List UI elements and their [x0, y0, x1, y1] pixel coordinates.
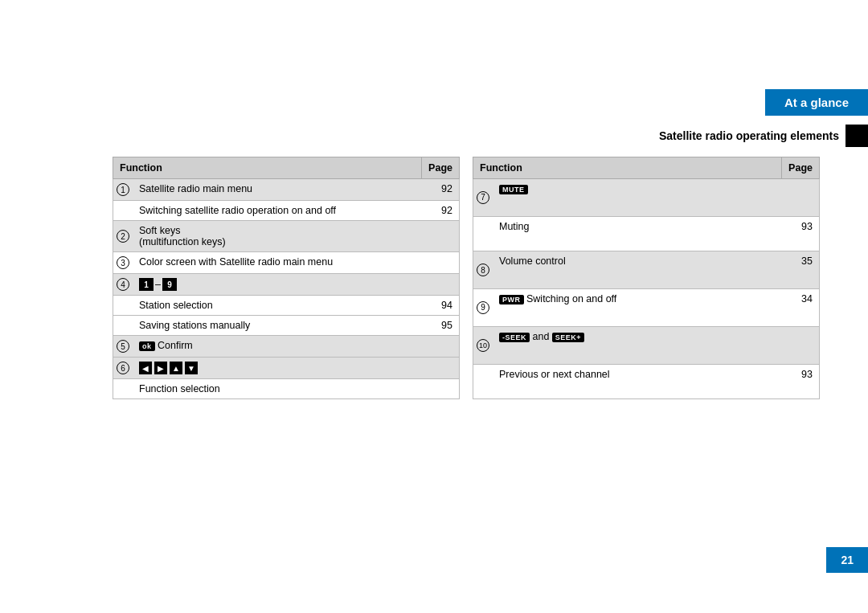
row-num-cell: 4 [113, 274, 133, 296]
table-row: Switching satellite radio operation on a… [113, 201, 460, 221]
circle-num-4: 4 [117, 278, 129, 291]
row-page-cell [422, 221, 460, 252]
page-number-box: 21 [826, 547, 868, 573]
row-num-cell [473, 216, 493, 251]
left-table-header-row: Function Page [113, 157, 460, 179]
table-row: 3 Color screen with Satellite radio main… [113, 252, 460, 274]
table-row: 2 Soft keys(multifunction keys) [113, 221, 460, 252]
section-header: Satellite radio operating elements [659, 125, 868, 147]
row-page-cell: 93 [782, 216, 820, 251]
row-num-cell [113, 316, 133, 336]
circle-num-5: 5 [117, 340, 129, 353]
page-number: 21 [841, 554, 854, 566]
right-table-header-row: Function Page [473, 157, 820, 179]
table-row: 4 1 – 9 [113, 274, 460, 296]
row-num-cell: 10 [473, 326, 493, 364]
table-row: 5 ok Confirm [113, 336, 460, 358]
arrow-symbols: ◀ ▶ ▲ ▼ [139, 362, 416, 374]
table-row: Muting 93 [473, 216, 820, 251]
confirm-label: Confirm [158, 340, 193, 351]
at-a-glance-label: At a glance [784, 96, 849, 109]
circle-num-3: 3 [117, 256, 129, 269]
right-function-table: Function Page 7 MUTE Muting 93 [473, 157, 820, 399]
right-function-col-header: Function [473, 157, 782, 179]
row-label-cell: Station selection [133, 296, 422, 316]
circle-num-2: 2 [117, 230, 129, 243]
arrow-up-icon: ▲ [170, 362, 182, 374]
circle-num-6: 6 [117, 362, 129, 374]
num-box-9: 9 [162, 278, 177, 291]
left-page-col-header: Page [422, 157, 460, 179]
row-page-cell [782, 179, 820, 217]
row-label-cell: ok Confirm [133, 336, 422, 358]
row-label-cell: Satellite radio main menu [133, 179, 422, 201]
row-num-cell: 6 [113, 358, 133, 379]
arrow-down-icon: ▼ [185, 362, 198, 374]
row-page-cell: 94 [422, 296, 460, 316]
row-num-cell: 2 [113, 221, 133, 252]
row-label-cell: -SEEK and SEEK+ [493, 326, 782, 364]
row-label-cell: ◀ ▶ ▲ ▼ [133, 358, 422, 379]
row-page-cell: 95 [422, 316, 460, 336]
table-row: 8 Volume control 35 [473, 251, 820, 289]
row-page-cell: 34 [782, 288, 820, 326]
num-range: 1 – 9 [139, 278, 177, 291]
row-page-cell [422, 274, 460, 296]
table-row: 9 PWR Switching on and off 34 [473, 288, 820, 326]
row-num-cell [113, 379, 133, 399]
left-function-table: Function Page 1 Satellite radio main men… [113, 157, 460, 399]
row-label-cell: PWR Switching on and off [493, 288, 782, 326]
num-range-dash: – [155, 279, 161, 290]
row-label-cell: Previous or next channel [493, 364, 782, 398]
row-num-cell: 1 [113, 179, 133, 201]
row-num-cell: 7 [473, 179, 493, 217]
seek-minus-badge: -SEEK [499, 333, 530, 342]
arrow-left-icon: ◀ [139, 362, 152, 374]
table-row: 7 MUTE [473, 179, 820, 217]
table-row: Saving stations manually 95 [113, 316, 460, 336]
row-num-cell [113, 201, 133, 221]
arrow-right-icon: ▶ [154, 362, 167, 374]
right-table-body: 7 MUTE Muting 93 8 Volume control 35 [473, 179, 820, 399]
row-label-cell: Muting [493, 216, 782, 251]
circle-num-9: 9 [477, 301, 489, 314]
row-label-cell: Switching satellite radio operation on a… [133, 201, 422, 221]
row-page-cell [782, 326, 820, 364]
row-label-cell: 1 – 9 [133, 274, 422, 296]
row-num-cell: 5 [113, 336, 133, 358]
row-num-cell: 3 [113, 252, 133, 274]
row-page-cell [422, 358, 460, 379]
left-table-body: 1 Satellite radio main menu 92 Switching… [113, 179, 460, 399]
row-label-cell: Color screen with Satellite radio main m… [133, 252, 422, 274]
circle-num-8: 8 [477, 264, 489, 276]
circle-num-10: 10 [477, 339, 489, 352]
table-row: Function selection [113, 379, 460, 399]
and-text: and [533, 331, 552, 342]
row-num-cell [473, 364, 493, 398]
at-a-glance-tab: At a glance [765, 89, 868, 116]
table-row: 10 -SEEK and SEEK+ [473, 326, 820, 364]
table-row: 6 ◀ ▶ ▲ ▼ [113, 358, 460, 379]
table-row: Station selection 94 [113, 296, 460, 316]
row-page-cell: 35 [782, 251, 820, 289]
content-area: Function Page 1 Satellite radio main men… [113, 157, 820, 399]
table-row: Previous or next channel 93 [473, 364, 820, 398]
left-function-col-header: Function [113, 157, 422, 179]
pwr-badge: PWR [499, 295, 524, 304]
row-page-cell [422, 379, 460, 399]
circle-num-1: 1 [117, 183, 129, 196]
mute-badge: MUTE [499, 185, 528, 194]
section-header-text: Satellite radio operating elements [659, 129, 839, 142]
ok-badge: ok [139, 341, 155, 351]
row-label-cell: MUTE [493, 179, 782, 217]
row-page-cell [422, 336, 460, 358]
row-page-cell [422, 252, 460, 274]
circle-num-7: 7 [477, 191, 489, 204]
table-row: 1 Satellite radio main menu 92 [113, 179, 460, 201]
row-label-cell: Volume control [493, 251, 782, 289]
switching-label: Switching on and off [526, 293, 616, 304]
row-label-cell: Saving stations manually [133, 316, 422, 336]
row-num-cell [113, 296, 133, 316]
row-page-cell: 93 [782, 364, 820, 398]
num-box-1: 1 [139, 278, 154, 291]
